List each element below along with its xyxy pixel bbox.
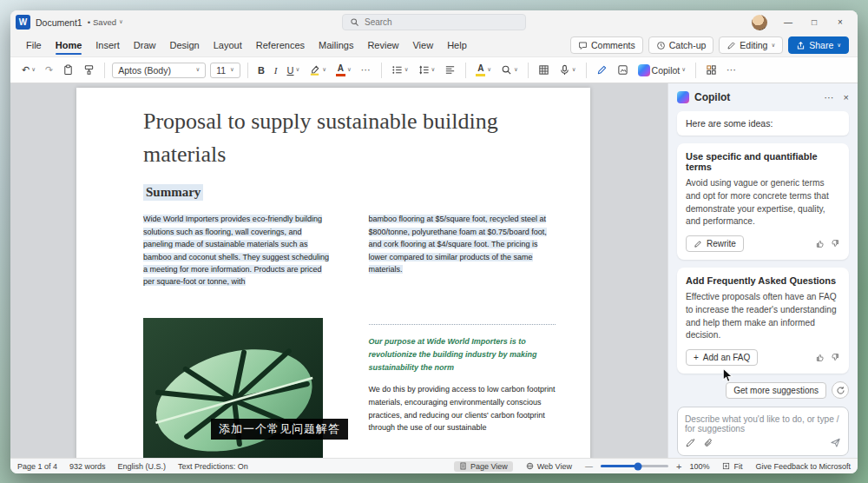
tab-home[interactable]: Home: [49, 36, 89, 55]
zoom-out-button[interactable]: —: [585, 462, 593, 471]
add-ins-button[interactable]: [703, 63, 720, 77]
attach-icon[interactable]: [703, 438, 713, 448]
tab-file[interactable]: File: [19, 36, 49, 55]
bullet-list-button[interactable]: ∨: [389, 63, 411, 77]
comment-icon: [578, 41, 588, 50]
doc-paragraph-1: Wide World Importers provides eco-friend…: [143, 215, 329, 286]
share-label: Share: [809, 40, 833, 50]
chevron-down-icon: ∨: [431, 67, 436, 73]
copilot-label: Copilot: [652, 65, 681, 76]
tab-layout[interactable]: Layout: [207, 36, 249, 55]
doc-columns: Wide World Importers provides eco-friend…: [143, 213, 556, 458]
tab-insert[interactable]: Insert: [89, 36, 127, 55]
tab-references[interactable]: References: [249, 36, 312, 55]
document-title[interactable]: Document1: [36, 17, 82, 28]
close-button[interactable]: ×: [828, 13, 852, 32]
language-indicator[interactable]: English (U.S.): [118, 462, 167, 471]
web-view-button[interactable]: Web View: [521, 461, 577, 472]
document-page[interactable]: Proposal to supply sustainable building …: [76, 88, 590, 458]
editor-button[interactable]: [594, 63, 610, 77]
align-button[interactable]: [442, 63, 458, 77]
copilot-more-button[interactable]: ⋯: [825, 92, 835, 103]
avatar[interactable]: [752, 15, 767, 30]
doc-body-text: We do this by providing access to low ca…: [369, 383, 556, 434]
tab-view[interactable]: View: [405, 36, 440, 55]
mouse-cursor: [722, 367, 733, 384]
feedback-link[interactable]: Give Feedback to Microsoft: [755, 462, 851, 471]
copilot-close-button[interactable]: ×: [844, 92, 849, 103]
card-title: Use specific and quantifiable terms: [686, 151, 840, 172]
font-name-combo[interactable]: Aptos (Body)∨: [112, 63, 206, 78]
copilot-prompt-box[interactable]: [677, 407, 849, 456]
refresh-button[interactable]: [832, 381, 849, 399]
paste-button[interactable]: [60, 63, 76, 77]
search-input[interactable]: [365, 17, 518, 27]
find-button[interactable]: ∨: [498, 63, 521, 77]
tab-review[interactable]: Review: [360, 36, 405, 55]
undo-button[interactable]: ↶∨: [19, 63, 38, 77]
card-title: Add Frequently Asked Questions: [686, 275, 840, 286]
italic-icon: I: [274, 65, 278, 76]
save-status[interactable]: • Saved ∨: [88, 17, 123, 27]
copilot-intro-bubble: Here are some ideas:: [677, 111, 849, 136]
text-predictions[interactable]: Text Predictions: On: [178, 462, 248, 471]
comments-button[interactable]: Comments: [570, 36, 643, 54]
page-view-label: Page View: [470, 462, 508, 471]
italic-button[interactable]: I: [272, 63, 280, 77]
line-spacing-button[interactable]: ∨: [416, 63, 438, 77]
toolbar-overflow-button[interactable]: ⋯: [724, 63, 740, 77]
highlighter-icon: [309, 64, 320, 76]
redo-button[interactable]: ↷: [43, 63, 56, 77]
document-canvas[interactable]: Proposal to supply sustainable building …: [10, 83, 667, 458]
underline-button[interactable]: U∨: [285, 63, 303, 77]
designer-button[interactable]: [615, 63, 631, 77]
add-faq-button[interactable]: + Add an FAQ: [686, 349, 758, 366]
thumbs-up-icon[interactable]: [815, 353, 825, 362]
align-left-icon: [444, 64, 456, 76]
tab-design[interactable]: Design: [162, 36, 206, 55]
font-color-button[interactable]: A ∨: [333, 63, 354, 78]
thumbs-down-icon[interactable]: [831, 239, 840, 248]
status-bar: Page 1 of 4 932 words English (U.S.) Tex…: [10, 458, 858, 473]
bold-button[interactable]: B: [255, 63, 267, 77]
minimize-button[interactable]: —: [776, 13, 800, 32]
word-count[interactable]: 932 words: [69, 462, 106, 471]
chevron-down-icon: ∨: [487, 67, 491, 73]
format-painter-button[interactable]: [81, 63, 97, 77]
copilot-button[interactable]: Copilot ∨: [635, 63, 688, 78]
text-highlight-button[interactable]: ∨: [306, 63, 329, 77]
compose-icon[interactable]: [685, 438, 695, 448]
zoom-in-button[interactable]: +: [676, 461, 681, 472]
zoom-slider-thumb[interactable]: [634, 462, 641, 470]
fit-button[interactable]: Fit: [717, 461, 747, 472]
page-view-icon: [459, 462, 467, 470]
font-more-button[interactable]: ⋯: [358, 63, 374, 77]
card-body: Effective proposals often have an FAQ to…: [686, 291, 840, 342]
word-app-icon[interactable]: W: [16, 15, 30, 30]
catch-up-button[interactable]: Catch-up: [648, 36, 714, 54]
editing-mode-button[interactable]: Editing ∨: [719, 36, 783, 54]
font-size-combo[interactable]: 11∨: [210, 63, 240, 78]
thumbs-down-icon[interactable]: [831, 353, 840, 362]
rewrite-button[interactable]: Rewrite: [686, 235, 744, 252]
zoom-slider[interactable]: [601, 465, 668, 467]
rewrite-label: Rewrite: [707, 239, 736, 248]
get-more-suggestions-button[interactable]: Get more suggestions: [726, 382, 826, 399]
zoom-level[interactable]: 100%: [689, 462, 709, 471]
card-body: Avoid using vague or generic terms and o…: [686, 177, 840, 228]
maximize-button[interactable]: □: [802, 13, 826, 32]
page-view-button[interactable]: Page View: [454, 461, 513, 472]
copilot-prompt-input[interactable]: [685, 414, 841, 433]
tab-draw[interactable]: Draw: [127, 36, 163, 55]
share-button[interactable]: Share ∨: [788, 36, 849, 54]
table-button[interactable]: [536, 63, 552, 77]
thumbs-up-icon[interactable]: [815, 239, 825, 248]
tab-help[interactable]: Help: [440, 36, 474, 55]
styles-button[interactable]: A ∨: [473, 63, 494, 78]
dictate-button[interactable]: ∨: [556, 63, 579, 77]
chevron-down-icon: ∨: [295, 67, 299, 73]
page-count[interactable]: Page 1 of 4: [17, 462, 57, 471]
search-box[interactable]: [342, 14, 526, 30]
send-icon[interactable]: [830, 437, 841, 448]
tab-mailings[interactable]: Mailings: [312, 36, 360, 55]
